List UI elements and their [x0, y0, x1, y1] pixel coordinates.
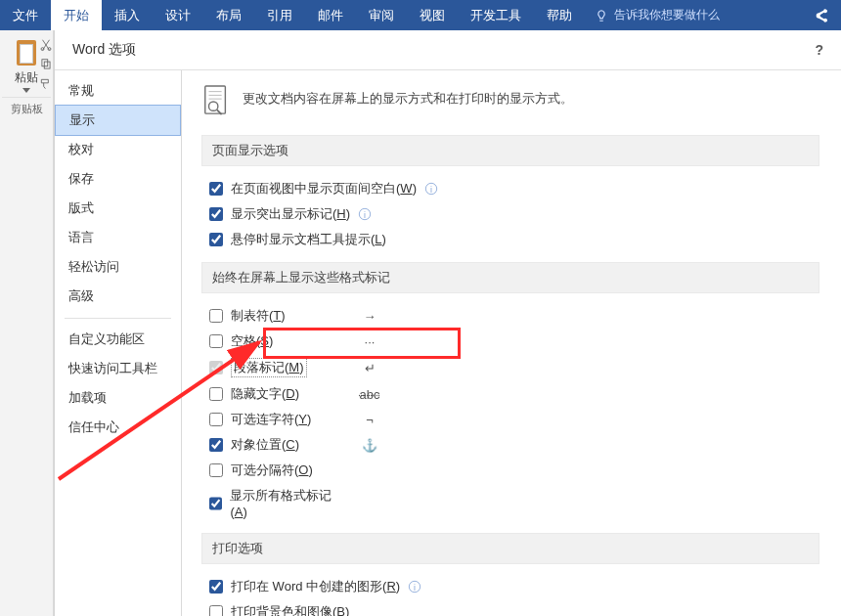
- option-checkbox[interactable]: [209, 361, 223, 374]
- option-row: 在页面视图中显示页面间空白(W)i: [201, 176, 819, 201]
- option-checkbox[interactable]: [209, 605, 223, 616]
- chevron-down-icon: [22, 88, 30, 93]
- option-checkbox[interactable]: [209, 387, 223, 401]
- option-label[interactable]: 对象位置(C): [231, 436, 299, 454]
- option-checkbox[interactable]: [209, 233, 223, 246]
- tell-me[interactable]: 告诉我你想要做什么: [585, 0, 730, 30]
- ribbon-tab-8[interactable]: 视图: [407, 0, 458, 30]
- ribbon-tab-7[interactable]: 审阅: [356, 0, 407, 30]
- option-checkbox[interactable]: [209, 334, 223, 348]
- sidenav-item-5[interactable]: 语言: [55, 223, 181, 252]
- format-sample: ···: [350, 334, 389, 349]
- sidenav-item-9[interactable]: 快速访问工具栏: [55, 354, 181, 383]
- section-formatting-marks: 始终在屏幕上显示这些格式标记: [201, 262, 819, 293]
- sidenav-item-10[interactable]: 加载项: [55, 383, 181, 413]
- sidenav-item-6[interactable]: 轻松访问: [55, 252, 181, 282]
- cut-icon[interactable]: [39, 38, 53, 52]
- svg-text:i: i: [430, 185, 432, 195]
- option-checkbox[interactable]: [209, 182, 223, 196]
- format-sample: ↵: [350, 361, 389, 375]
- sidenav-item-3[interactable]: 保存: [55, 164, 181, 194]
- option-label[interactable]: 可选分隔符(O): [231, 462, 313, 479]
- dialog-title-text: Word 选项: [72, 41, 136, 59]
- option-label[interactable]: 制表符(T): [231, 307, 286, 325]
- ribbon-tab-3[interactable]: 设计: [153, 0, 203, 30]
- option-row: 显示突出显示标记(H)i: [201, 201, 819, 227]
- word-options-dialog: Word 选项 ? 常规显示校对保存版式语言轻松访问高级自定义功能区快速访问工具…: [54, 30, 841, 616]
- svg-point-8: [209, 102, 218, 110]
- format-sample: abc: [350, 387, 389, 402]
- ribbon: 文件开始插入设计布局引用邮件审阅视图开发工具帮助 告诉我你想要做什么: [0, 0, 841, 30]
- ribbon-tab-5[interactable]: 引用: [254, 0, 305, 30]
- option-label[interactable]: 可选连字符(Y): [231, 411, 311, 428]
- option-label[interactable]: 空格(S): [231, 332, 273, 350]
- info-icon[interactable]: i: [408, 580, 421, 594]
- sidenav-item-0[interactable]: 常规: [55, 76, 181, 106]
- section-page-display: 页面显示选项: [201, 135, 819, 166]
- option-label[interactable]: 打印在 Word 中创建的图形(R): [231, 578, 400, 595]
- clipboard-group-label: 剪贴板: [2, 97, 51, 120]
- svg-rect-3: [44, 62, 50, 68]
- option-label[interactable]: 隐藏文字(D): [231, 385, 299, 403]
- ribbon-tab-10[interactable]: 帮助: [534, 0, 585, 30]
- option-label[interactable]: 在页面视图中显示页面间空白(W): [231, 180, 417, 198]
- option-row: 打印背景色和图像(B): [201, 599, 819, 616]
- sidenav-item-4[interactable]: 版式: [55, 194, 181, 223]
- option-row: 制表符(T)→: [201, 303, 397, 329]
- option-checkbox[interactable]: [209, 497, 222, 510]
- ribbon-tab-1[interactable]: 开始: [51, 0, 102, 30]
- option-label[interactable]: 悬停时显示文档工具提示(L): [231, 231, 386, 248]
- tell-me-text: 告诉我你想要做什么: [614, 7, 720, 23]
- option-checkbox[interactable]: [209, 309, 223, 323]
- format-sample: ⚓: [350, 438, 389, 453]
- option-label[interactable]: 显示所有格式标记(A): [230, 487, 343, 519]
- option-label[interactable]: 打印背景色和图像(B): [231, 603, 349, 616]
- option-row: 空格(S)···: [201, 329, 397, 354]
- ribbon-tab-0[interactable]: 文件: [0, 0, 51, 30]
- paste-label: 粘贴: [15, 69, 38, 86]
- option-checkbox[interactable]: [209, 463, 223, 477]
- sidenav-item-7[interactable]: 高级: [55, 282, 181, 311]
- intro-text: 更改文档内容在屏幕上的显示方式和在打印时的显示方式。: [243, 84, 573, 108]
- format-sample: ¬: [350, 413, 389, 427]
- option-label[interactable]: 显示突出显示标记(H): [231, 205, 350, 223]
- ribbon-tab-6[interactable]: 邮件: [305, 0, 356, 30]
- info-icon[interactable]: i: [358, 207, 372, 221]
- option-row: 悬停时显示文档工具提示(L): [201, 227, 819, 252]
- svg-rect-2: [42, 60, 48, 66]
- copy-icon[interactable]: [39, 58, 53, 71]
- options-content: 更改文档内容在屏幕上的显示方式和在打印时的显示方式。 页面显示选项 在页面视图中…: [182, 70, 841, 616]
- option-row: 对象位置(C)⚓: [201, 432, 397, 458]
- svg-text:i: i: [414, 583, 416, 593]
- format-painter-icon[interactable]: [39, 77, 53, 91]
- sidenav-item-2[interactable]: 校对: [55, 135, 181, 164]
- option-row: 显示所有格式标记(A): [201, 483, 397, 523]
- option-label[interactable]: 段落标记(M): [231, 358, 307, 377]
- ribbon-tab-2[interactable]: 插入: [102, 0, 153, 30]
- lightbulb-icon: [595, 9, 608, 22]
- sidenav-separator: [65, 311, 171, 319]
- options-sidenav: 常规显示校对保存版式语言轻松访问高级自定义功能区快速访问工具栏加载项信任中心: [55, 70, 182, 616]
- dialog-help-button[interactable]: ?: [815, 42, 823, 58]
- option-row: 打印在 Word 中创建的图形(R)i: [201, 574, 819, 599]
- ribbon-tab-4[interactable]: 布局: [203, 0, 254, 30]
- clipboard-icon: [13, 38, 40, 67]
- page-magnifier-icon: [201, 84, 231, 117]
- ribbon-right: [814, 0, 841, 30]
- info-icon[interactable]: i: [424, 182, 438, 196]
- option-row: 隐藏文字(D)abc: [201, 381, 397, 407]
- option-checkbox[interactable]: [209, 207, 223, 221]
- ribbon-tab-9[interactable]: 开发工具: [458, 0, 534, 30]
- option-row: 段落标记(M)↵: [201, 354, 397, 381]
- sidenav-item-8[interactable]: 自定义功能区: [55, 325, 181, 354]
- option-checkbox[interactable]: [209, 580, 223, 594]
- option-checkbox[interactable]: [209, 413, 223, 426]
- option-row: 可选分隔符(O): [201, 458, 397, 483]
- sidenav-item-11[interactable]: 信任中心: [55, 413, 181, 442]
- sidenav-item-1[interactable]: 显示: [55, 105, 181, 136]
- section-print-options: 打印选项: [201, 533, 819, 564]
- option-row: 可选连字符(Y)¬: [201, 407, 397, 432]
- share-icon[interactable]: [814, 8, 829, 23]
- ribbon-home-panel: 粘贴 剪贴板: [0, 30, 54, 616]
- option-checkbox[interactable]: [209, 438, 223, 452]
